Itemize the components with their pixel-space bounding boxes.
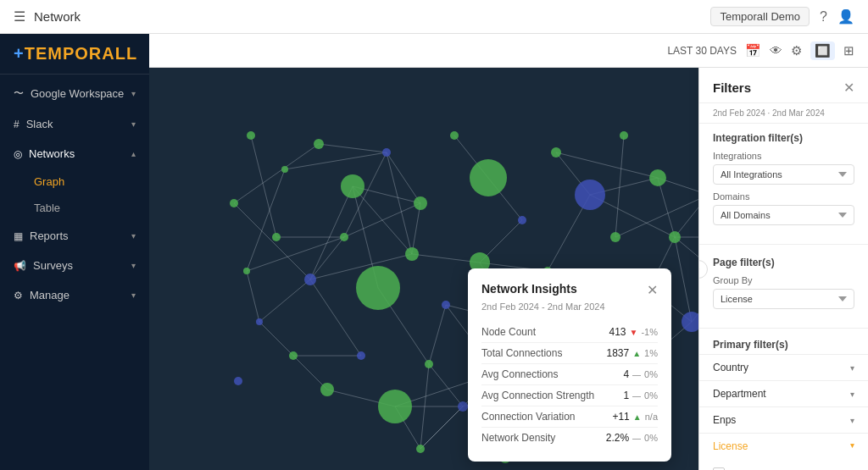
- svg-line-18: [556, 152, 658, 178]
- date-range-label: LAST 30 DAYS: [667, 45, 737, 57]
- neutral-icon: —: [632, 391, 641, 401]
- sidebar-subitem-graph[interactable]: Graph: [0, 169, 149, 195]
- calendar-icon[interactable]: 📅: [745, 43, 761, 58]
- insights-title: Network Insights: [481, 282, 577, 296]
- insights-row-avg-strength: Avg Connection Strength 1 — 0%: [481, 385, 658, 406]
- sidebar-subitem-graph-label: Graph: [34, 175, 64, 188]
- main-layout: +TEMPORALL 〜 Google Workspace ▾ # Slack …: [0, 34, 868, 470]
- page-filter-title: Page filter(s): [713, 257, 854, 268]
- graph-area[interactable]: Network Insights ✕ 2nd Feb 2024 - 2nd Ma…: [149, 68, 868, 470]
- active-view-icon[interactable]: 🔲: [810, 41, 835, 60]
- chevron-down-icon: ▾: [850, 390, 854, 399]
- svg-line-26: [310, 237, 344, 279]
- neutral-icon: —: [632, 434, 641, 443]
- chevron-down-icon: ▾: [131, 290, 136, 300]
- svg-line-28: [310, 279, 361, 356]
- sidebar-item-slack-label: Slack: [26, 118, 53, 130]
- user-label[interactable]: Temporall Demo: [710, 7, 810, 26]
- avg-connections-pct: 0%: [644, 369, 658, 379]
- country-filter-label: Country: [713, 362, 748, 373]
- group-by-label: Group By: [713, 275, 854, 285]
- insights-row-node-count: Node Count 413 ▼ -1%: [481, 322, 658, 343]
- svg-point-90: [649, 169, 666, 186]
- svg-line-33: [412, 254, 480, 263]
- sidebar-item-surveys[interactable]: 📢 Surveys ▾: [0, 251, 149, 280]
- integration-select[interactable]: All Integrations: [713, 164, 854, 185]
- svg-line-45: [293, 356, 327, 390]
- group-by-select[interactable]: License: [713, 289, 854, 309]
- svg-point-88: [575, 180, 605, 210]
- license-filter-label: License: [713, 440, 748, 452]
- chevron-down-icon: ▾: [850, 416, 854, 425]
- svg-point-94: [356, 266, 400, 310]
- svg-line-35: [429, 305, 446, 364]
- svg-line-65: [247, 271, 259, 322]
- reports-icon: ▦: [14, 230, 23, 242]
- svg-point-81: [341, 174, 364, 198]
- sidebar-item-networks-label: Networks: [29, 147, 75, 160]
- topbar-left: ☰ Network: [14, 8, 81, 25]
- svg-point-123: [243, 268, 250, 274]
- help-icon[interactable]: ?: [820, 9, 827, 25]
- manage-icon: ⚙: [14, 290, 23, 301]
- checkbox-select-all-row: Select All: [713, 464, 854, 470]
- avg-strength-pct: 0%: [644, 390, 658, 401]
- filters-date-range: 2nd Feb 2024 · 2nd Mar 2024: [699, 103, 868, 124]
- logo: +TEMPORALL: [0, 34, 149, 75]
- svg-line-13: [412, 203, 420, 254]
- svg-point-83: [414, 196, 427, 210]
- sidebar-item-google-workspace[interactable]: 〜 Google Workspace ▾: [0, 78, 149, 109]
- chevron-down-icon: ▾: [131, 89, 136, 98]
- node-count-value: 413 ▼ -1%: [609, 326, 659, 338]
- primary-filter-department[interactable]: Department ▾: [699, 380, 868, 406]
- avg-connections-label: Avg Connections: [481, 368, 559, 380]
- svg-line-2: [247, 169, 285, 271]
- visibility-icon[interactable]: 👁: [770, 43, 782, 58]
- svg-point-96: [442, 301, 450, 309]
- sidebar-item-networks[interactable]: ◎ Networks ▴: [0, 139, 149, 169]
- network-density-label: Network Density: [481, 432, 555, 444]
- avg-connections-value: 4 — 0%: [623, 368, 658, 380]
- filters-close-button[interactable]: ✕: [843, 80, 854, 96]
- svg-point-89: [620, 131, 628, 140]
- primary-filter-country[interactable]: Country ▾: [699, 354, 868, 380]
- primary-filter-license[interactable]: License ▴: [699, 433, 868, 459]
- sidebar-item-reports[interactable]: ▦ Reports ▾: [0, 221, 149, 251]
- svg-point-93: [340, 233, 348, 241]
- node-count-label: Node Count: [481, 326, 536, 338]
- svg-point-95: [405, 247, 419, 261]
- sidebar-item-manage[interactable]: ⚙ Manage ▾: [0, 280, 149, 310]
- insights-date: 2nd Feb 2024 - 2nd Mar 2024: [481, 301, 658, 312]
- chevron-down-icon: ▾: [131, 261, 136, 270]
- sidebar-subitem-table[interactable]: Table: [0, 195, 149, 221]
- chevron-up-icon: ▴: [850, 442, 854, 451]
- settings-sliders-icon[interactable]: ⚙: [791, 43, 802, 58]
- networks-icon: ◎: [14, 148, 22, 160]
- node-count-pct: -1%: [641, 327, 658, 337]
- menu-icon[interactable]: ☰: [14, 8, 25, 25]
- sidebar-nav: 〜 Google Workspace ▾ # Slack ▾ ◎ Network…: [0, 75, 149, 313]
- svg-line-3: [319, 144, 387, 152]
- svg-point-80: [314, 139, 324, 149]
- insights-row-total-connections: Total Connections 1837 ▲ 1%: [481, 343, 658, 364]
- neutral-icon: —: [632, 370, 641, 379]
- svg-point-91: [272, 233, 281, 241]
- grid-icon[interactable]: ⊞: [843, 43, 854, 58]
- svg-line-23: [658, 178, 675, 237]
- sidebar-item-slack[interactable]: # Slack ▾: [0, 109, 149, 139]
- user-icon[interactable]: 👤: [837, 8, 854, 25]
- avg-strength-value: 1 — 0%: [623, 390, 658, 401]
- filters-panel: › Filters ✕ 2nd Feb 2024 · 2nd Mar 2024 …: [698, 68, 868, 470]
- insights-close-button[interactable]: ✕: [647, 282, 658, 298]
- total-connections-label: Total Connections: [481, 347, 562, 359]
- arrow-down-icon: ▼: [630, 328, 638, 337]
- svg-point-86: [518, 216, 526, 224]
- svg-point-124: [234, 377, 242, 385]
- primary-filter-enps[interactable]: Enps ▾: [699, 406, 868, 433]
- chevron-up-icon: ▴: [131, 149, 136, 158]
- svg-point-105: [357, 351, 365, 360]
- page-title: Network: [34, 9, 81, 24]
- filter-divider-2: [699, 328, 868, 329]
- svg-point-92: [304, 274, 316, 285]
- domains-select[interactable]: All Domains: [713, 205, 854, 225]
